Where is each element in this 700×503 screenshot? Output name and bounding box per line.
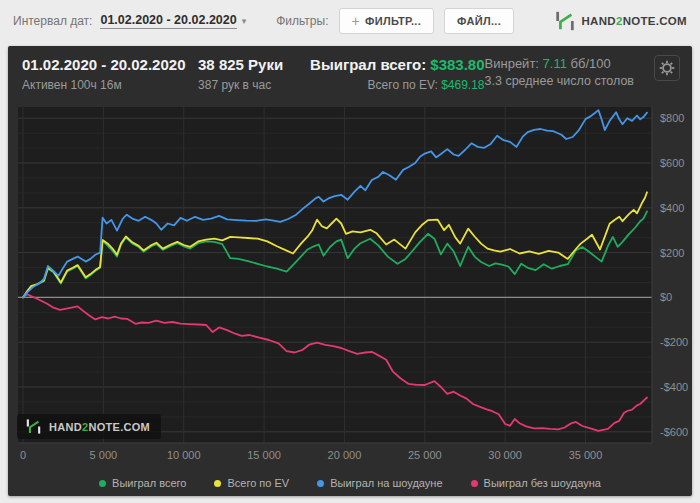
svg-text:-$400: -$400 <box>660 381 688 393</box>
winrate-line: Винрейт: 7.11 бб/100 <box>485 56 634 71</box>
legend-dot-yellow <box>214 480 221 487</box>
gear-icon <box>658 59 676 77</box>
chart-legend: Выиграл всего Всего по EV Выиграл на шоу… <box>8 470 692 496</box>
report-panel: 01.02.2020 - 20.02.2020 Активен 100ч 16м… <box>8 46 692 496</box>
svg-text:5 000: 5 000 <box>90 449 118 461</box>
legend-label: Выиграл всего <box>112 477 186 489</box>
svg-text:-$200: -$200 <box>660 336 688 348</box>
svg-text:30 000: 30 000 <box>488 449 522 461</box>
winrate-units: бб/100 <box>571 56 611 71</box>
legend-dot-blue <box>317 480 324 487</box>
svg-text:$600: $600 <box>660 157 684 169</box>
winrate-label: Винрейт: <box>485 56 539 71</box>
hands-count: 38 825 Руки <box>198 55 308 75</box>
chevron-down-icon[interactable]: ▾ <box>242 16 247 26</box>
legend-item-won-total[interactable]: Выиграл всего <box>99 477 186 489</box>
svg-text:20 000: 20 000 <box>328 449 362 461</box>
hand2note-logo[interactable]: HAND2NOTE.COM <box>554 10 688 32</box>
watermark-text-post: NOTE.COM <box>88 421 150 433</box>
logo-text-2: 2 <box>616 15 623 27</box>
svg-text:$400: $400 <box>660 202 684 214</box>
legend-label: Выиграл на шоудауне <box>330 477 442 489</box>
svg-text:35 000: 35 000 <box>569 449 603 461</box>
filters-label: Фильтры: <box>276 14 328 28</box>
ev-total-line: Всего по EV: $469.18 <box>309 78 485 92</box>
chart-watermark: HAND2NOTE.COM <box>17 414 161 439</box>
watermark-text-pre: HAND <box>49 421 82 433</box>
chart-area: $800$600$400$200$0-$200-$400-$60005 0001… <box>8 102 692 496</box>
legend-dot-pink <box>471 480 478 487</box>
svg-text:$0: $0 <box>660 291 672 303</box>
active-time: Активен 100ч 16м <box>22 78 198 92</box>
svg-text:$800: $800 <box>660 112 684 124</box>
date-interval-label: Интервал дат: <box>13 14 92 28</box>
svg-text:15 000: 15 000 <box>247 449 281 461</box>
avg-tables: 3.3 среднее число столов <box>485 74 634 88</box>
won-total-line: Выиграл всего: $383.80 <box>309 55 485 75</box>
svg-text:10 000: 10 000 <box>167 449 201 461</box>
watermark-logo-icon <box>25 418 42 435</box>
ev-total-value: $469.18 <box>441 78 484 92</box>
legend-dot-green <box>99 480 106 487</box>
won-total-label: Выиграл всего: <box>310 56 426 73</box>
hand2note-logo-icon <box>554 10 576 32</box>
ev-total-label: Всего по EV: <box>368 78 438 92</box>
legend-item-ev-total[interactable]: Всего по EV <box>214 477 289 489</box>
stat-winrate: Винрейт: 7.11 бб/100 3.3 среднее число с… <box>485 55 634 102</box>
won-total-value: $383.80 <box>430 56 484 73</box>
legend-label: Всего по EV <box>227 477 289 489</box>
filter-button-label: ФИЛЬТР... <box>365 15 421 27</box>
legend-item-showdown[interactable]: Выиграл на шоудауне <box>317 477 442 489</box>
svg-text:$200: $200 <box>660 247 684 259</box>
topbar: Интервал дат: 01.02.2020 - 20.02.2020 ▾ … <box>0 0 700 41</box>
file-button-label: ФАЙЛ... <box>457 15 501 27</box>
svg-text:0: 0 <box>20 449 26 461</box>
settings-button[interactable] <box>654 55 680 81</box>
hands-per-hour: 387 рук в час <box>198 78 308 92</box>
date-range-selector[interactable]: 01.02.2020 - 20.02.2020 <box>100 13 236 29</box>
stats-header: 01.02.2020 - 20.02.2020 Активен 100ч 16м… <box>8 46 692 102</box>
plus-icon: + <box>352 14 360 28</box>
svg-text:-$600: -$600 <box>660 426 688 438</box>
legend-item-non-showdown[interactable]: Выиграл без шоудауна <box>471 477 601 489</box>
stat-hands: 38 825 Руки 387 рук в час <box>198 55 308 102</box>
stat-date-range: 01.02.2020 - 20.02.2020 Активен 100ч 16м <box>22 55 198 102</box>
svg-text:25 000: 25 000 <box>408 449 442 461</box>
date-range-value: 01.02.2020 - 20.02.2020 <box>22 55 198 75</box>
legend-label: Выиграл без шоудауна <box>484 477 601 489</box>
logo-text-post: NOTE.COM <box>623 15 687 27</box>
watermark-text: HAND2NOTE.COM <box>49 421 150 433</box>
file-button[interactable]: ФАЙЛ... <box>444 8 514 34</box>
hand2note-logo-text: HAND2NOTE.COM <box>582 15 688 27</box>
winrate-value: 7.11 <box>543 56 567 71</box>
logo-text-pre: HAND <box>582 15 616 27</box>
add-filter-button[interactable]: + ФИЛЬТР... <box>339 8 435 34</box>
stat-winnings: Выиграл всего: $383.80 Всего по EV: $469… <box>309 55 485 102</box>
